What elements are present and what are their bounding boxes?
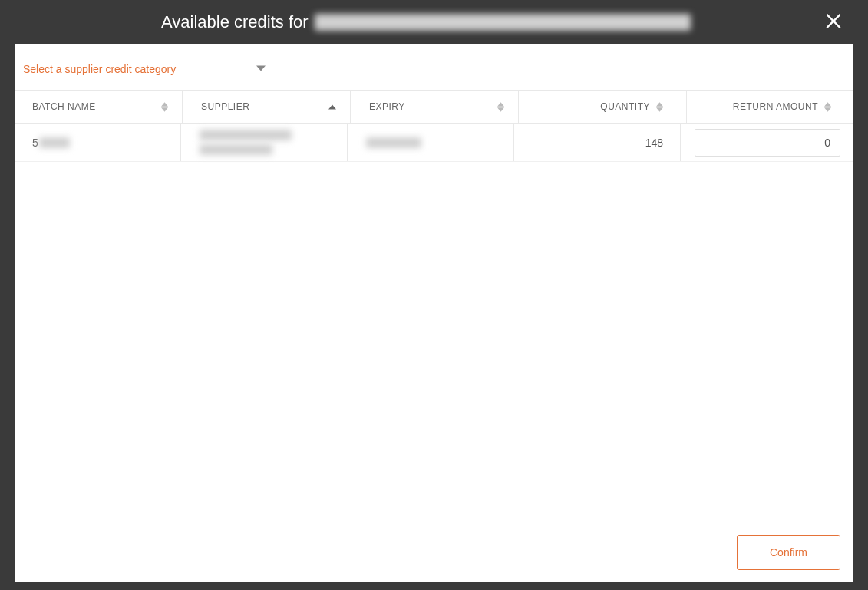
supplier-name-redacted bbox=[200, 130, 292, 140]
modal-header: Available credits for bbox=[0, 0, 868, 44]
column-label: EXPIRY bbox=[369, 101, 405, 112]
modal-title-product bbox=[315, 14, 691, 31]
batch-name-prefix: 5 bbox=[32, 137, 38, 149]
table-body: 5 148 bbox=[15, 124, 853, 162]
close-button[interactable] bbox=[820, 8, 847, 36]
column-label: QUANTITY bbox=[600, 101, 650, 112]
modal-footer: Confirm bbox=[737, 535, 840, 570]
column-header-quantity[interactable]: QUANTITY bbox=[519, 91, 687, 123]
modal-body: Select a supplier credit category BATCH … bbox=[15, 44, 853, 582]
cell-return-amount bbox=[681, 124, 853, 161]
column-header-return-amount[interactable]: RETURN AMOUNT bbox=[687, 91, 853, 123]
close-icon bbox=[823, 11, 843, 31]
sort-icon bbox=[656, 102, 663, 112]
supplier-name-redacted-2 bbox=[200, 144, 272, 155]
cell-quantity: 148 bbox=[514, 124, 681, 161]
table-header-row: BATCH NAME SUPPLIER EXPIRY bbox=[15, 90, 853, 124]
cell-expiry bbox=[348, 124, 514, 161]
column-label: SUPPLIER bbox=[201, 101, 249, 112]
table-row: 5 148 bbox=[15, 124, 853, 162]
sort-asc-icon bbox=[328, 104, 336, 110]
cell-batch-name: 5 bbox=[15, 124, 181, 161]
credits-table: BATCH NAME SUPPLIER EXPIRY bbox=[15, 90, 853, 162]
column-header-batch-name[interactable]: BATCH NAME bbox=[15, 91, 183, 123]
expiry-redacted bbox=[366, 137, 421, 148]
chevron-down-icon bbox=[256, 62, 266, 76]
confirm-button[interactable]: Confirm bbox=[737, 535, 840, 570]
column-label: RETURN AMOUNT bbox=[733, 101, 818, 112]
supplier-credit-category-select[interactable]: Select a supplier credit category bbox=[15, 44, 853, 90]
category-select-label: Select a supplier credit category bbox=[23, 63, 176, 75]
column-header-supplier[interactable]: SUPPLIER bbox=[183, 91, 351, 123]
quantity-value: 148 bbox=[645, 137, 663, 149]
sort-icon bbox=[824, 102, 831, 112]
batch-name-redacted bbox=[39, 137, 70, 148]
modal-title: Available credits for bbox=[161, 12, 691, 32]
sort-icon bbox=[497, 102, 504, 112]
return-amount-input[interactable] bbox=[695, 129, 840, 157]
column-label: BATCH NAME bbox=[32, 101, 96, 112]
column-header-expiry[interactable]: EXPIRY bbox=[351, 91, 519, 123]
sort-icon bbox=[161, 102, 168, 112]
modal-title-prefix: Available credits for bbox=[161, 12, 309, 32]
cell-supplier bbox=[181, 124, 348, 161]
